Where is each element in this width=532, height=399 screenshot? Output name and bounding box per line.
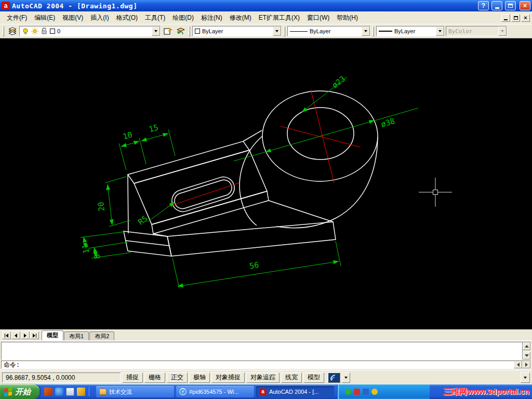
scroll-down-button[interactable] <box>523 352 530 360</box>
part-front-face[interactable] <box>152 191 269 234</box>
menu-item-window[interactable]: 窗口(W) <box>303 12 333 24</box>
dim-text-11[interactable]: 11 <box>81 243 91 254</box>
tray-icon-yellow[interactable] <box>371 389 378 395</box>
menu-item-format[interactable]: 格式(O) <box>113 12 141 24</box>
layer-combobox[interactable]: 0 <box>19 26 161 36</box>
first-tab-button[interactable] <box>2 331 11 339</box>
linetype-dropdown-button[interactable] <box>362 26 370 36</box>
internet-explorer-icon[interactable] <box>55 388 63 396</box>
menu-item-file[interactable]: 文件(F) <box>3 12 31 24</box>
layer-on-bulb-icon[interactable] <box>22 28 29 35</box>
cylinder-centerline-horizontal[interactable] <box>281 126 360 147</box>
centerlines[interactable] <box>167 89 360 207</box>
make-layer-current-button[interactable] <box>162 25 174 37</box>
bracket-left-curve[interactable] <box>240 136 262 225</box>
dim-text-r5[interactable]: R5 <box>136 214 149 227</box>
menu-item-express-tools[interactable]: ET扩展工具(X) <box>255 12 303 24</box>
part-base-step-line[interactable] <box>126 241 169 246</box>
restore-button[interactable] <box>505 1 516 10</box>
cylinder-right-silhouette[interactable] <box>276 137 378 228</box>
quick-launch-icon-2[interactable] <box>77 388 85 396</box>
extension-line[interactable] <box>336 241 341 266</box>
taskbar-task-autocad[interactable]: a AutoCAD 2004 - [... <box>256 386 334 397</box>
tab-model[interactable]: 模型 <box>42 330 63 340</box>
mdi-restore-button[interactable] <box>511 14 520 22</box>
mdi-close-button[interactable]: × <box>521 14 530 22</box>
menu-item-help[interactable]: 帮助(H) <box>333 12 362 24</box>
toggle-polar[interactable]: 极轴 <box>189 373 210 383</box>
extension-line[interactable] <box>105 177 126 183</box>
layer-color-swatch[interactable] <box>50 29 55 34</box>
extension-line[interactable] <box>139 138 146 164</box>
cylinder-bore-ellipse[interactable] <box>287 108 354 159</box>
toggle-model-space[interactable]: 模型 <box>303 373 324 383</box>
toggle-ortho[interactable]: 正交 <box>167 373 188 383</box>
extension-line[interactable] <box>81 232 125 237</box>
command-history[interactable]: 命令: _ucsicon 输入选项 [开(ON)/关(OFF)/全部(A)/非原… <box>1 342 531 360</box>
toggle-lineweight[interactable]: 线宽 <box>281 373 302 383</box>
toggle-otrack[interactable]: 对象追踪 <box>246 373 280 383</box>
menu-item-view[interactable]: 视图(V) <box>59 12 87 24</box>
menu-item-insert[interactable]: 插入(I) <box>87 12 112 24</box>
drawing-canvas[interactable]: 10 15 20 11 8 56 R5 ø23 ø38 <box>0 38 532 329</box>
toolbar-drag-handle[interactable] <box>373 26 374 36</box>
toggle-snap[interactable]: 捕捉 <box>122 373 143 383</box>
command-h-scrollbar[interactable] <box>514 361 530 368</box>
dim-text-15[interactable]: 15 <box>148 123 159 134</box>
quick-launch-icon-1[interactable] <box>44 388 52 396</box>
part-base-top-edge[interactable] <box>269 201 333 222</box>
menu-item-dimension[interactable]: 标注(N) <box>197 12 226 24</box>
extension-line[interactable] <box>119 143 126 170</box>
autocad-app-icon[interactable]: a <box>2 2 10 10</box>
color-combobox[interactable]: ByLayer <box>192 26 282 36</box>
part-left-edge[interactable] <box>128 175 128 233</box>
coordinate-display[interactable]: 96.8687, 9.5054 , 0.0000 <box>2 373 121 383</box>
close-button[interactable]: × <box>520 1 530 10</box>
command-input-line[interactable]: 命令: <box>1 361 531 369</box>
status-tray-menu-button[interactable] <box>521 373 530 383</box>
part-step-top-face[interactable] <box>128 141 249 183</box>
command-scrollbar[interactable] <box>522 342 530 360</box>
minimize-button[interactable] <box>491 1 502 10</box>
layer-previous-button[interactable] <box>175 25 187 37</box>
next-tab-button[interactable] <box>21 331 30 339</box>
start-button[interactable]: 开始 <box>0 384 39 399</box>
scroll-right-button[interactable] <box>522 361 530 368</box>
lineweight-dropdown-button[interactable] <box>436 26 444 36</box>
cylinder-centerline-vertical[interactable] <box>311 89 334 183</box>
part-base-front-face[interactable] <box>167 222 336 256</box>
toggle-grid[interactable]: 栅格 <box>144 373 165 383</box>
tab-layout1[interactable]: 布局1 <box>64 331 89 340</box>
extension-line[interactable] <box>168 129 175 156</box>
status-overflow-button[interactable] <box>342 373 350 383</box>
tab-layout2[interactable]: 布局2 <box>89 331 114 340</box>
dim-line-20[interactable] <box>108 184 112 225</box>
taskbar-task-browser[interactable]: e #pid6354575 - Wi... <box>176 386 254 397</box>
dim-text-56[interactable]: 56 <box>249 260 260 271</box>
tray-icon-green[interactable] <box>345 389 351 395</box>
linetype-combobox[interactable]: ByLayer <box>287 26 370 36</box>
dimension-lines[interactable] <box>81 77 418 288</box>
dim-text-8[interactable]: 8 <box>92 254 102 260</box>
last-tab-button[interactable] <box>30 331 39 339</box>
previous-tab-button[interactable] <box>11 331 20 339</box>
toolbar-drag-handle[interactable] <box>284 26 285 36</box>
layer-freeze-sun-icon[interactable] <box>31 28 38 35</box>
scroll-left-button[interactable] <box>514 361 522 368</box>
toolbar-drag-handle[interactable] <box>189 26 190 36</box>
dim-line-10[interactable] <box>121 141 139 147</box>
part-geometry[interactable] <box>124 91 378 256</box>
menu-item-modify[interactable]: 修改(M) <box>226 12 255 24</box>
toggle-osnap[interactable]: 对象捕捉 <box>211 373 245 383</box>
tray-icon-blue[interactable] <box>363 389 369 395</box>
tray-icon-red[interactable] <box>354 389 360 395</box>
dim-line-dia38[interactable] <box>234 108 418 161</box>
dim-text-20[interactable]: 20 <box>96 202 107 212</box>
communication-center-button[interactable] <box>328 373 340 383</box>
help-title-button[interactable]: ? <box>478 1 489 10</box>
menu-item-tools[interactable]: 工具(T) <box>141 12 169 24</box>
mdi-minimize-button[interactable] <box>501 14 510 22</box>
scroll-up-button[interactable] <box>523 342 530 350</box>
dim-line-15[interactable] <box>141 134 168 141</box>
layer-lock-icon[interactable] <box>41 28 48 35</box>
